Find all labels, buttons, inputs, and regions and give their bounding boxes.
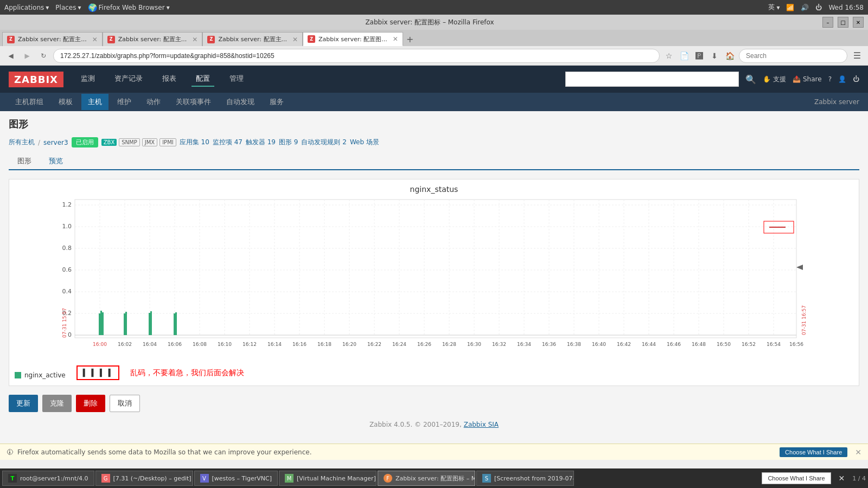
search-icon[interactable]: 🔍 (745, 74, 756, 85)
notification-close-button[interactable]: ✕ (855, 448, 861, 457)
notif-icon: 🛈 (7, 448, 13, 456)
nav-item-reports[interactable]: 报表 (158, 72, 181, 87)
cancel-button[interactable]: 取消 (110, 395, 140, 412)
svg-text:16:04: 16:04 (143, 342, 157, 347)
virt-manager-icon: M (285, 474, 293, 483)
url-input[interactable] (53, 49, 660, 63)
breadcrumb-server[interactable]: server3 (43, 139, 68, 146)
nav-item-config[interactable]: 配置 (192, 72, 214, 87)
chart-wrapper: 1.2 1.0 0.8 0.6 0.4 0.2 0 (15, 197, 853, 361)
subnav-hostgroups[interactable]: 主机群组 (9, 94, 50, 110)
close-button[interactable]: ✕ (853, 17, 864, 28)
new-tab-button[interactable]: + (403, 32, 417, 46)
taskbar-item-firefox[interactable]: F Zabbix server: 配置图标 – Mozill... (378, 471, 475, 486)
subnav-hosts[interactable]: 主机 (81, 94, 108, 110)
applications-menu[interactable]: Applications ▾ (4, 4, 49, 11)
page-indicator: 1 / 4 (852, 475, 866, 482)
browser-tab-1[interactable]: Z Zabbix server: 配置主... ✕ (2, 32, 103, 46)
svg-rect-77 (99, 313, 100, 335)
breadcrumb-all-hosts[interactable]: 所有主机 (9, 138, 35, 147)
delete-button[interactable]: 删除 (76, 395, 105, 412)
graphs-count[interactable]: 图形 9 (279, 138, 298, 147)
taskbar-close-button[interactable]: ✕ (835, 474, 848, 483)
nav-item-assets[interactable]: 资产记录 (110, 72, 147, 87)
svg-rect-82 (149, 313, 150, 335)
topbar: Applications ▾ Places ▾ 🌍 Firefox Web Br… (0, 0, 868, 15)
taskbar-item-terminal[interactable]: T root@server1:/mnt/4.0 (2, 471, 94, 486)
pocket-icon[interactable]: 🅿 (693, 50, 705, 62)
footer-link[interactable]: Zabbix SIA (464, 421, 499, 428)
subnav-events[interactable]: 关联项事件 (169, 94, 218, 110)
subnav-discovery[interactable]: 自动发现 (220, 94, 261, 110)
tab-close-3[interactable]: ✕ (292, 36, 298, 43)
browser-tab-4[interactable]: Z Zabbix server: 配置图... ✕ (303, 32, 403, 46)
reload-button[interactable]: ↻ (37, 49, 50, 62)
svg-text:16:02: 16:02 (118, 342, 132, 347)
nav-item-monitor[interactable]: 监测 (76, 72, 99, 87)
bookmark-star-icon[interactable]: ☆ (663, 50, 675, 62)
back-button[interactable]: ◀ (4, 49, 17, 62)
subnav-maintenance[interactable]: 维护 (111, 94, 138, 110)
footer: Zabbix 4.0.5. © 2001–2019, Zabbix SIA (9, 412, 859, 437)
tab-close-1[interactable]: ✕ (92, 36, 98, 43)
svg-text:16:44: 16:44 (642, 342, 656, 347)
subnav: 主机群组 模板 主机 维护 动作 关联项事件 自动发现 服务 Zabbix se… (0, 93, 868, 111)
tab-close-2[interactable]: ✕ (192, 36, 197, 43)
subnav-templates[interactable]: 模板 (52, 94, 79, 110)
download-icon[interactable]: ⬇ (709, 50, 720, 62)
zabbix-search-input[interactable] (565, 72, 739, 87)
user-button[interactable]: 👤 (838, 75, 846, 83)
language-label: 英 (768, 3, 775, 12)
forward-button[interactable]: ▶ (21, 49, 34, 62)
apps-count[interactable]: 应用集 10 (180, 138, 209, 147)
garbled-box: nginx_active ▌ ▌ ▌ ▌ 乱码，不要着急，我们后面会解决 (15, 365, 853, 380)
help-button[interactable]: ? (828, 75, 832, 83)
content-tabs: 图形 预览 (9, 153, 859, 170)
logout-button[interactable]: ⏻ (853, 75, 859, 83)
language-chevron: ▾ (776, 4, 780, 11)
clone-button[interactable]: 克隆 (42, 395, 72, 412)
taskbar-item-gedit[interactable]: G [7.31 (~/Desktop) – gedit] (95, 471, 193, 486)
reader-view-icon[interactable]: 📄 (678, 50, 690, 62)
update-button[interactable]: 更新 (9, 395, 38, 412)
browser-tab-3[interactable]: Z Zabbix server: 配置主... ✕ (202, 32, 303, 46)
taskbar-item-screenshot[interactable]: S [Screenshot from 2019-07-31... (476, 471, 574, 486)
search-input[interactable] (739, 49, 847, 63)
web-count[interactable]: Web 场景 (350, 138, 379, 147)
tab-graphs[interactable]: 图形 (9, 153, 40, 169)
subnav-actions[interactable]: 动作 (140, 94, 167, 110)
language-selector[interactable]: 英 ▾ (768, 3, 780, 12)
chart-legend: nginx_active (15, 371, 66, 379)
svg-text:0.4: 0.4 (62, 288, 72, 295)
svg-rect-7 (75, 200, 796, 338)
browser-menu[interactable]: 🌍 Firefox Web Browser ▾ (88, 3, 170, 12)
maximize-button[interactable]: □ (838, 17, 848, 28)
garbled-text: 乱码，不要着急，我们后面会解决 (130, 368, 244, 378)
browser-chevron: ▾ (167, 4, 170, 11)
support-button[interactable]: ✋ 支援 (763, 75, 786, 84)
tab-preview[interactable]: 预览 (40, 153, 72, 170)
places-chevron: ▾ (78, 4, 81, 11)
tab-favicon-2: Z (107, 36, 115, 43)
nav-item-admin[interactable]: 管理 (225, 72, 248, 87)
tab-close-4[interactable]: ✕ (393, 35, 398, 43)
action-buttons: 更新 克隆 删除 取消 (9, 395, 859, 412)
taskbar-choose-share-button[interactable]: Choose What I Share (762, 472, 831, 484)
home-icon[interactable]: 🏠 (724, 50, 736, 62)
choose-what-share-button[interactable]: Choose What I Share (780, 447, 847, 457)
taskbar-item-virt-manager[interactable]: M [Virtual Machine Manager] (279, 471, 376, 486)
monitors-count[interactable]: 监控项 47 (213, 138, 242, 147)
footer-text: Zabbix 4.0.5. © 2001–2019, (369, 421, 462, 428)
discovery-count[interactable]: 自动发现规则 2 (301, 138, 346, 147)
subnav-services[interactable]: 服务 (263, 94, 290, 110)
notification-bar: 🛈 Firefox automatically sends some data … (0, 444, 868, 460)
browser-tab-2[interactable]: Z Zabbix server: 配置主... ✕ (103, 32, 203, 46)
garbled-legend-box: ▌ ▌ ▌ ▌ (76, 365, 119, 380)
minimize-button[interactable]: – (822, 17, 833, 28)
browser-menu-button[interactable]: ☰ (851, 49, 864, 62)
triggers-count[interactable]: 触发器 19 (246, 138, 276, 147)
places-menu[interactable]: Places ▾ (55, 4, 81, 11)
taskbar-item-vnc[interactable]: V [westos – TigerVNC] (194, 471, 278, 486)
share-button[interactable]: 📤 Share (793, 75, 822, 83)
svg-text:16:20: 16:20 (342, 342, 356, 347)
